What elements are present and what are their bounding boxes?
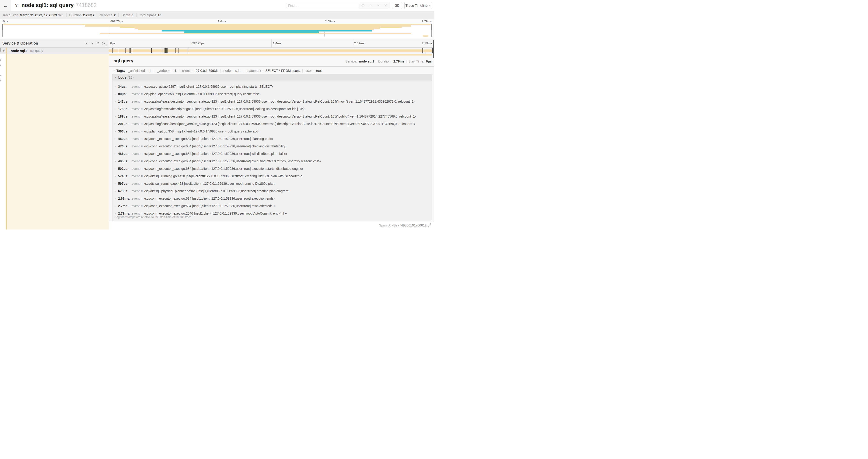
locate-icon[interactable] bbox=[361, 3, 365, 7]
tag-key: user bbox=[305, 69, 312, 72]
minimap-canvas[interactable] bbox=[2, 24, 432, 37]
find-clear-icon[interactable] bbox=[384, 4, 387, 7]
log-marker[interactable] bbox=[422, 48, 423, 53]
log-row[interactable]: ›2.7ms:event=‹sql/conn_executor_exec.go:… bbox=[115, 203, 276, 208]
find-input[interactable] bbox=[286, 2, 359, 9]
divider bbox=[136, 13, 136, 17]
log-marker[interactable] bbox=[176, 48, 176, 53]
tags-title: Tags: bbox=[117, 69, 125, 72]
log-field-value: ‹sql/conn_executor_exec.go:2046 [nsql1,c… bbox=[144, 211, 287, 215]
minimap-left-scrubber[interactable] bbox=[3, 24, 3, 30]
tag-value: root bbox=[316, 69, 322, 72]
log-marker[interactable] bbox=[132, 48, 132, 53]
log-row[interactable]: ›459μs:event=‹sql/conn_executor_exec.go:… bbox=[115, 136, 273, 141]
chevron-right-icon: › bbox=[115, 137, 118, 140]
find-prev-icon[interactable] bbox=[369, 4, 372, 7]
chevron-right-icon: › bbox=[115, 152, 118, 155]
chevron-right-icon: › bbox=[115, 107, 118, 110]
equals-sign: = bbox=[141, 129, 143, 133]
equals-sign: = bbox=[191, 69, 193, 72]
log-row[interactable]: ›678μs:event=‹sql/distsql_physical_plann… bbox=[115, 189, 289, 194]
equals-sign: = bbox=[141, 159, 143, 163]
summary-label: Trace Start bbox=[2, 13, 19, 17]
log-field-key: event bbox=[132, 159, 140, 163]
log-row[interactable]: ›189μs:event=‹sql/catalog/lease/descript… bbox=[115, 114, 416, 119]
chevron-right-icon: › bbox=[115, 85, 118, 88]
log-row[interactable]: ›176μs:event=‹sql/catalog/descs/descript… bbox=[115, 106, 305, 111]
equals-sign: = bbox=[141, 167, 143, 170]
log-timestamp: 476μs: bbox=[118, 144, 132, 148]
equals-sign: = bbox=[141, 197, 143, 200]
log-marker[interactable] bbox=[178, 48, 179, 53]
log-field-value: ‹sql/conn_executor_exec.go:684 [nsql1,cl… bbox=[144, 159, 321, 163]
log-marker[interactable] bbox=[129, 48, 129, 53]
vertical-scrollbar-thumb[interactable] bbox=[433, 40, 434, 58]
log-marker[interactable] bbox=[118, 48, 118, 53]
log-row[interactable]: ›2.69ms:event=‹sql/conn_executor_exec.go… bbox=[115, 196, 275, 201]
log-row[interactable]: ›502μs:event=‹sql/conn_executor_exec.go:… bbox=[115, 166, 303, 171]
log-row[interactable]: ›2.79ms:event=‹sql/conn_executor_exec.go… bbox=[115, 211, 287, 216]
keyboard-shortcuts-button[interactable]: ⌘ bbox=[392, 2, 402, 9]
log-marker[interactable] bbox=[166, 48, 166, 53]
log-marker[interactable] bbox=[164, 48, 164, 53]
log-marker[interactable] bbox=[188, 48, 188, 53]
view-options-button[interactable]: Trace Timeline ∨ bbox=[404, 2, 432, 9]
log-marker[interactable] bbox=[113, 48, 113, 53]
find-toolbar bbox=[359, 2, 390, 9]
log-row[interactable]: ›142μs:event=‹sql/catalog/lease/descript… bbox=[115, 99, 415, 104]
back-button[interactable]: ← bbox=[0, 0, 11, 11]
log-row[interactable]: ›34μs:event=‹sql/exec_util.go:2297 [nsql… bbox=[115, 84, 273, 89]
expand-one-icon[interactable] bbox=[91, 41, 94, 45]
log-row[interactable]: ›366μs:event=‹sql/plan_opt.go:358 [nsql1… bbox=[115, 129, 259, 134]
span-row-name-column[interactable]: ∨ node sql1 sql query bbox=[0, 47, 109, 54]
log-marker[interactable] bbox=[125, 48, 126, 53]
logs-header[interactable]: ∨ Logs (18) bbox=[112, 74, 432, 80]
page-header: ← ∨ node sql1: sql query7418682 ⌘ Trace … bbox=[0, 0, 434, 11]
log-row[interactable]: ›574μs:event=‹sql/distsql_running.go:142… bbox=[115, 173, 303, 179]
log-marker[interactable] bbox=[165, 48, 166, 53]
span-duration-bar[interactable] bbox=[109, 50, 432, 52]
log-marker[interactable] bbox=[162, 48, 162, 53]
log-marker[interactable] bbox=[167, 48, 167, 53]
detail-meta-label: Start Time: bbox=[408, 60, 424, 63]
logs-count: (18) bbox=[128, 75, 134, 79]
equals-sign: = bbox=[172, 69, 174, 72]
log-field-value: ‹sql/distsql_running.go:498 [nsql1,clien… bbox=[144, 182, 275, 186]
collapse-all-icon[interactable] bbox=[96, 41, 100, 45]
log-row[interactable]: ›597μs:event=‹sql/distsql_running.go:498… bbox=[115, 181, 275, 186]
collapse-one-icon[interactable] bbox=[85, 41, 88, 45]
log-marker[interactable] bbox=[130, 48, 131, 53]
logs-list: Log timestamps are relative to the start… bbox=[112, 80, 432, 221]
equals-sign: = bbox=[146, 69, 148, 72]
log-row[interactable]: ›495μs:event=‹sql/conn_executor_exec.go:… bbox=[115, 159, 321, 164]
log-row[interactable]: ›476μs:event=‹sql/conn_executor_exec.go:… bbox=[115, 144, 286, 149]
summary-label: Total Spans bbox=[139, 13, 156, 17]
minimap-row bbox=[3, 35, 431, 37]
trace-collapse-icon[interactable]: ∨ bbox=[15, 3, 18, 8]
column-resizer-grip[interactable]: || bbox=[105, 44, 107, 46]
divider bbox=[97, 13, 97, 17]
trace-summary-bar: Trace StartMarch 31 2022, 17:25:09.326Du… bbox=[0, 11, 434, 19]
log-marker[interactable] bbox=[151, 48, 152, 53]
tags-row[interactable]: › Tags: _unfinished=1_verbose=1client=12… bbox=[114, 68, 431, 73]
span-tree-left-column bbox=[0, 54, 109, 230]
log-timestamp: 597μs: bbox=[118, 182, 132, 186]
logs-section: ∨ Logs (18) Log timestamps are relative … bbox=[112, 74, 432, 221]
log-row[interactable]: ›201μs:event=‹sql/catalog/lease/descript… bbox=[115, 121, 415, 126]
link-icon[interactable] bbox=[428, 223, 431, 227]
tag-key: statement bbox=[247, 69, 261, 72]
span-row-track[interactable] bbox=[109, 47, 434, 54]
expand-all-icon[interactable] bbox=[102, 41, 105, 45]
service-color-accent bbox=[6, 54, 7, 230]
find-next-icon[interactable] bbox=[377, 4, 380, 7]
tag-key: _unfinished bbox=[128, 69, 145, 72]
chevron-down-icon[interactable]: ∨ bbox=[3, 49, 5, 53]
span-row[interactable]: ∨ node sql1 sql query bbox=[0, 47, 434, 54]
log-marker[interactable] bbox=[424, 48, 424, 53]
log-row[interactable]: ›80μs:event=‹sql/plan_opt.go:358 [nsql1,… bbox=[115, 91, 260, 97]
log-row[interactable]: ›486μs:event=‹sql/conn_executor_exec.go:… bbox=[115, 151, 287, 156]
equals-sign: = bbox=[141, 211, 143, 215]
minimap-right-scrubber[interactable] bbox=[431, 24, 431, 30]
summary-value: 2 bbox=[114, 13, 116, 17]
chevron-right-icon: › bbox=[115, 123, 118, 125]
